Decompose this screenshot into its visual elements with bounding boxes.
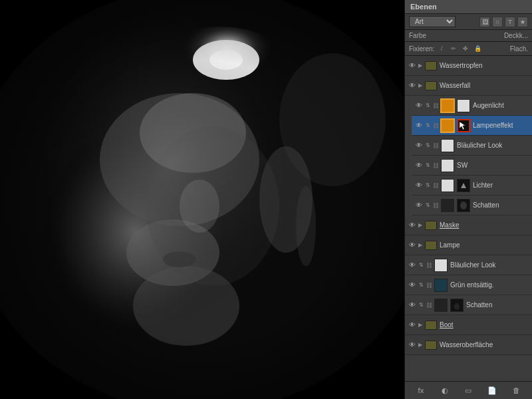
mask-thumb[interactable] [457, 179, 470, 192]
mask-thumb[interactable] [457, 199, 470, 212]
layer-name: Wasseroberfläche [440, 341, 529, 348]
collapse-arrow-icon[interactable]: ▶ [417, 221, 424, 230]
visibility-icon[interactable]: 👁 [408, 301, 417, 310]
layer-row[interactable]: 👁 ▶ Wassertropfen [405, 56, 532, 76]
layer-name: Bläulicher Look [450, 261, 529, 269]
visibility-icon[interactable]: 👁 [414, 161, 424, 170]
layer-thumb[interactable] [441, 199, 454, 212]
visibility-icon[interactable]: 👁 [408, 221, 417, 230]
collapse-arrow-icon[interactable]: ▶ [417, 340, 424, 350]
chain-icon: ⛓ [432, 101, 440, 110]
layer-row[interactable]: 👁 ⇅ ⛓ Bläulicher Look [412, 136, 532, 156]
visibility-icon[interactable]: 👁 [414, 141, 424, 150]
canvas-area [0, 0, 404, 399]
move-icon[interactable]: ✤ [461, 44, 470, 53]
layer-thumb[interactable] [441, 119, 454, 132]
layer-name: Wasserfall [440, 82, 529, 89]
star-icon-btn[interactable]: ★ [517, 17, 528, 27]
lock-icon[interactable]: / [437, 44, 446, 53]
svg-point-20 [460, 201, 467, 209]
group-icon[interactable]: ▭ [462, 384, 474, 396]
visibility-icon[interactable]: 👁 [408, 261, 417, 270]
chain-icon: ⛓ [432, 161, 440, 170]
layer-name: Schatten [466, 301, 529, 309]
adjustment-icon[interactable]: ◐ [439, 384, 451, 396]
image-icon-btn[interactable]: 🖼 [479, 17, 490, 27]
adj-icon: ⇅ [424, 201, 432, 209]
layer-row[interactable]: 👁 ▶ Lampe [405, 235, 532, 255]
folder-thumb [425, 221, 437, 230]
visibility-icon[interactable]: 👁 [414, 181, 424, 190]
visibility-icon[interactable]: 👁 [408, 321, 417, 330]
layer-row-lampeneffekt[interactable]: 👁 ⇅ ⛓ Lampeneffekt [412, 116, 532, 136]
adj-icon: ⇅ [424, 182, 432, 190]
collapse-arrow-icon[interactable]: ▶ [417, 61, 424, 70]
visibility-icon[interactable]: 👁 [408, 81, 417, 90]
layer-thumb[interactable] [434, 259, 448, 272]
brush-icon[interactable]: ✏ [449, 44, 458, 53]
mask-thumb[interactable] [450, 299, 464, 312]
adj-icon: ⇅ [424, 162, 432, 170]
opacity-label: Deckk... [504, 32, 528, 39]
layer-row[interactable]: 👁 ⇅ ⛓ Schatten [412, 196, 532, 215]
chain-icon: ⛓ [432, 121, 440, 130]
fix-row: Fixieren: / ✏ ✤ 🔒 Flach. [405, 42, 532, 56]
color-opacity-row: Farbe Deckk... [405, 30, 532, 42]
fx-icon[interactable]: fx [415, 384, 427, 396]
visibility-icon[interactable]: 👁 [408, 340, 417, 350]
mask-thumb[interactable] [457, 99, 470, 112]
layer-row[interactable]: 👁 ⇅ ⛓ Augenlicht [412, 96, 532, 116]
visibility-icon[interactable]: 👁 [414, 121, 424, 130]
visibility-icon[interactable]: 👁 [408, 281, 417, 290]
delete-icon[interactable]: 🗑 [510, 384, 522, 396]
layer-row[interactable]: 👁 ⇅ ⛓ Schatten [405, 295, 532, 315]
layer-row[interactable]: 👁 ⇅ ⛓ Bläulicher Look [405, 255, 532, 275]
layer-thumb[interactable] [434, 279, 448, 292]
adj-icon: ⇅ [424, 122, 432, 130]
layer-row[interactable]: 👁 ▶ Wasseroberfläche [405, 335, 532, 355]
layer-row-boot[interactable]: 👁 ▶ Boot [405, 315, 532, 335]
svg-marker-18 [460, 122, 466, 130]
mask-thumb-active[interactable] [457, 119, 470, 132]
layer-name: Maske [440, 221, 529, 229]
layer-row[interactable]: 👁 ▶ Wasserfall [405, 76, 532, 96]
collapse-arrow-icon[interactable]: ▶ [417, 81, 424, 90]
layer-thumb[interactable] [441, 159, 454, 172]
chain-icon: ⛓ [425, 281, 433, 290]
circle-icon-btn[interactable]: ○ [492, 17, 503, 27]
layers-list: 👁 ▶ Wassertropfen 👁 ▶ Wasserfall 👁 ⇅ ⛓ A… [405, 56, 532, 381]
layers-panel: Ebenen Art Normal 🖼 ○ T ★ Farbe Deckk...… [404, 0, 532, 399]
collapse-arrow-icon[interactable]: ▶ [417, 241, 424, 250]
collapse-arrow-icon[interactable]: ▶ [417, 321, 424, 330]
visibility-icon[interactable]: 👁 [408, 241, 417, 250]
visibility-icon[interactable]: 👁 [414, 101, 424, 110]
panel-icon-group: 🖼 ○ T ★ [479, 17, 528, 27]
layer-name: Schatten [473, 201, 529, 209]
new-layer-icon[interactable]: 📄 [486, 384, 498, 396]
layer-thumb[interactable] [441, 179, 454, 192]
blend-mode-select[interactable]: Art Normal [409, 16, 456, 27]
layer-thumb[interactable] [434, 299, 448, 312]
panel-bottom: fx ◐ ▭ 📄 🗑 [405, 381, 532, 399]
layer-name: Lampeneffekt [473, 122, 529, 129]
layer-row[interactable]: 👁 ⇅ ⛓ Lichter [412, 176, 532, 196]
padlock-icon[interactable]: 🔒 [473, 44, 482, 53]
layer-row[interactable]: 👁 ⇅ ⛓ SW [412, 156, 532, 176]
visibility-icon[interactable]: 👁 [408, 61, 417, 70]
chain-icon: ⛓ [425, 261, 433, 270]
adj-icon: ⇅ [417, 301, 425, 309]
layer-name-boot: Boot [440, 321, 529, 329]
layer-name: Lampe [440, 241, 529, 249]
folder-thumb [425, 81, 437, 90]
layer-row[interactable]: 👁 ⇅ ⛓ Grün entsättig. [405, 275, 532, 295]
layer-name: Augenlicht [473, 102, 529, 109]
panel-header: Ebenen [405, 0, 532, 14]
layer-thumb[interactable] [441, 99, 454, 112]
layer-row[interactable]: 👁 ▶ Maske [405, 215, 532, 235]
layer-thumb[interactable] [441, 139, 454, 152]
layer-name: SW [457, 162, 529, 169]
T-icon-btn[interactable]: T [505, 17, 515, 27]
adj-icon: ⇅ [424, 142, 432, 150]
visibility-icon[interactable]: 👁 [414, 201, 424, 210]
adj-icon: ⇅ [417, 261, 425, 269]
